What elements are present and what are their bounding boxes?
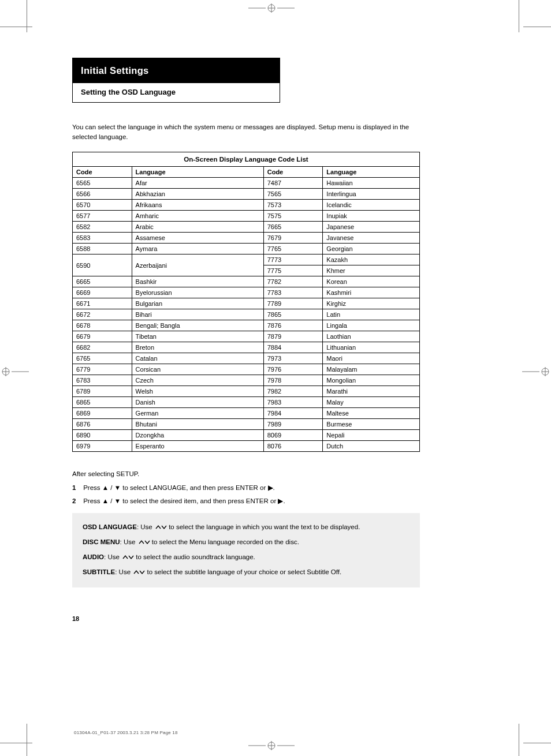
instruction-step-2: 2 Press ▲ / ▼ to select the desired item… bbox=[72, 496, 420, 506]
table-cell: 6577 bbox=[73, 211, 132, 222]
table-cell: 7783 bbox=[263, 287, 323, 298]
table-cell: 6779 bbox=[73, 364, 132, 375]
table-cell: Byelorussian bbox=[132, 287, 263, 298]
option-item: OSD LANGUAGE: Use to select the language… bbox=[83, 522, 409, 533]
option-item: SUBTITLE: Use to select the subtitle lan… bbox=[83, 567, 409, 578]
table-cell: 7876 bbox=[263, 320, 323, 331]
table-row: 6765Catalan7973Maori bbox=[73, 353, 420, 364]
table-cell: 7982 bbox=[263, 386, 323, 397]
table-cell: 6588 bbox=[73, 244, 132, 255]
table-cell: Maori bbox=[323, 353, 420, 364]
options-box: OSD LANGUAGE: Use to select the language… bbox=[72, 513, 420, 587]
table-cell: 6679 bbox=[73, 331, 132, 342]
table-cell: 6979 bbox=[73, 441, 132, 452]
table-cell: 6669 bbox=[73, 287, 132, 298]
table-cell: Burmese bbox=[323, 419, 420, 430]
option-label: DISC MENU bbox=[83, 538, 120, 545]
table-cell: 6869 bbox=[73, 408, 132, 419]
table-cell: Latin bbox=[323, 309, 420, 320]
table-cell: 6865 bbox=[73, 397, 132, 408]
table-cell: Icelandic bbox=[323, 200, 420, 211]
table-row: 6682Breton7884Lithuanian bbox=[73, 342, 420, 353]
table-cell: 7984 bbox=[263, 408, 323, 419]
table-cell: 7679 bbox=[263, 233, 323, 244]
table-cell: Laothian bbox=[323, 331, 420, 342]
table-row: 6869German7984Maltese bbox=[73, 408, 420, 419]
table-cell: Afrikaans bbox=[132, 200, 263, 211]
registration-mark-bottom-icon bbox=[248, 741, 295, 750]
table-cell: 7865 bbox=[263, 309, 323, 320]
language-code-table: On-Screen Display Language Code List Cod… bbox=[72, 152, 420, 452]
up-down-arrow-icon bbox=[137, 538, 150, 545]
table-cell: Breton bbox=[132, 342, 263, 353]
table-cell: 6583 bbox=[73, 233, 132, 244]
table-row: 6570Afrikaans7573Icelandic bbox=[73, 200, 420, 211]
registration-mark-top-icon bbox=[248, 3, 295, 13]
up-down-arrow-icon bbox=[132, 568, 145, 575]
page-number: 18 bbox=[72, 615, 420, 622]
instructions-lead: After selecting SETUP. bbox=[72, 469, 420, 479]
table-row: 6789Welsh7982Marathi bbox=[73, 386, 420, 397]
table-row: 6665Bashkir7782Korean bbox=[73, 276, 420, 287]
table-cell: 7789 bbox=[263, 298, 323, 309]
table-cell: Javanese bbox=[323, 233, 420, 244]
table-cell: 6671 bbox=[73, 298, 132, 309]
instruction-step-1: 1 Press ▲ / ▼ to select LANGUAGE, and th… bbox=[72, 483, 420, 493]
table-cell: Japanese bbox=[323, 222, 420, 233]
table-row: 6590Azerbaijani7773Kazakh bbox=[73, 255, 420, 265]
table-cell: Malay bbox=[323, 397, 420, 408]
table-cell: 7879 bbox=[263, 331, 323, 342]
table-cell: Arabic bbox=[132, 222, 263, 233]
section-subtitle: Setting the OSD Language bbox=[73, 83, 280, 102]
option-label: SUBTITLE bbox=[83, 568, 115, 575]
table-row: 6678Bengali; Bangla7876Lingala bbox=[73, 320, 420, 331]
table-cell: 8069 bbox=[263, 430, 323, 441]
table-cell: Bhutani bbox=[132, 419, 263, 430]
table-cell: Dzongkha bbox=[132, 430, 263, 441]
table-row: 6588Aymara7765Georgian bbox=[73, 244, 420, 255]
table-row: 6671Bulgarian7789Kirghiz bbox=[73, 298, 420, 309]
table-row: 6566Abkhazian7565Interlingua bbox=[73, 189, 420, 200]
table-cell: 7487 bbox=[263, 178, 323, 189]
up-down-arrow-icon bbox=[154, 523, 167, 530]
table-cell: Korean bbox=[323, 276, 420, 287]
table-row: 6890Dzongkha8069Nepali bbox=[73, 430, 420, 441]
table-col-code-1: Code bbox=[73, 167, 132, 178]
table-cell: Marathi bbox=[323, 386, 420, 397]
table-cell: Georgian bbox=[323, 244, 420, 255]
table-cell: Czech bbox=[132, 375, 263, 386]
table-cell: Bengali; Bangla bbox=[132, 320, 263, 331]
table-cell: 7573 bbox=[263, 200, 323, 211]
table-cell: 6570 bbox=[73, 200, 132, 211]
table-row: 6577Amharic7575Inupiak bbox=[73, 211, 420, 222]
table-cell: 7773 bbox=[263, 255, 323, 265]
table-row: 6876Bhutani7989Burmese bbox=[73, 419, 420, 430]
table-cell: Catalan bbox=[132, 353, 263, 364]
option-label: AUDIO bbox=[83, 553, 104, 560]
table-cell: Kashmiri bbox=[323, 287, 420, 298]
table-cell: 7983 bbox=[263, 397, 323, 408]
table-title: On-Screen Display Language Code List bbox=[73, 152, 420, 167]
table-cell: Amharic bbox=[132, 211, 263, 222]
table-cell: 7973 bbox=[263, 353, 323, 364]
table-cell: Esperanto bbox=[132, 441, 263, 452]
table-cell: 6783 bbox=[73, 375, 132, 386]
intro-text: You can select the language in which the… bbox=[72, 122, 420, 141]
table-cell: 6789 bbox=[73, 386, 132, 397]
table-cell: Danish bbox=[132, 397, 263, 408]
table-cell: Bihari bbox=[132, 309, 263, 320]
table-cell: 7765 bbox=[263, 244, 323, 255]
table-cell: Tibetan bbox=[132, 331, 263, 342]
registration-mark-left-icon bbox=[0, 367, 29, 376]
up-down-arrow-icon bbox=[121, 553, 134, 560]
table-cell: 6765 bbox=[73, 353, 132, 364]
table-cell: 6582 bbox=[73, 222, 132, 233]
instructions-block: After selecting SETUP. 1 Press ▲ / ▼ to … bbox=[72, 469, 420, 506]
table-cell: Abkhazian bbox=[132, 189, 263, 200]
table-cell: German bbox=[132, 408, 263, 419]
registration-mark-right-icon bbox=[522, 367, 551, 376]
table-cell: 7665 bbox=[263, 222, 323, 233]
table-row: 6582Arabic7665Japanese bbox=[73, 222, 420, 233]
table-cell: Assamese bbox=[132, 233, 263, 244]
table-cell: Azerbaijani bbox=[132, 255, 263, 276]
